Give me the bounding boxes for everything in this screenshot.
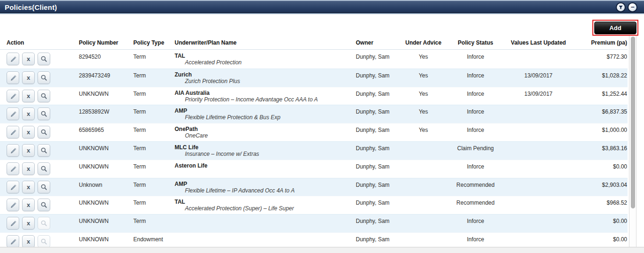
col-header-premium: Premium (pa) <box>569 39 628 49</box>
edit-policy-button[interactable] <box>7 90 19 102</box>
row-actions: x <box>0 215 75 232</box>
edit-policy-button[interactable] <box>7 217 19 230</box>
edit-pencil-icon <box>9 55 16 62</box>
filter-button[interactable] <box>616 2 626 12</box>
col-header-values-last-updated: Values Last Updated <box>508 39 569 49</box>
vertical-scrollbar[interactable] <box>629 36 636 247</box>
premium-cell: $1,252.44 <box>569 87 628 105</box>
view-policy-button[interactable] <box>38 144 50 157</box>
search-magnifier-icon <box>40 147 47 154</box>
add-button[interactable]: Add <box>594 22 636 34</box>
table-row: x Unknown Term AMP Flexible Lifetime – I… <box>0 178 628 196</box>
policy-status-cell: Recommended <box>443 178 508 196</box>
delete-policy-button[interactable]: x <box>22 126 35 138</box>
view-policy-button[interactable] <box>38 162 50 175</box>
edit-pencil-icon <box>9 92 16 100</box>
underwriter-name: TAL <box>175 199 352 205</box>
table-row: x UNKNOWN Term MLC Life Insurance – Inco… <box>0 141 628 160</box>
view-policy-button[interactable] <box>38 107 50 120</box>
edit-policy-button[interactable] <box>7 144 19 157</box>
delete-policy-button[interactable]: x <box>22 90 35 102</box>
table-header-row: Action Policy Number Policy Type Underwr… <box>0 39 628 50</box>
policy-type-cell: Term <box>130 69 171 87</box>
edit-policy-button[interactable] <box>7 235 19 247</box>
view-policy-button[interactable] <box>38 71 50 84</box>
edit-policy-button[interactable] <box>7 107 19 120</box>
delete-policy-button[interactable]: x <box>22 53 35 65</box>
under-advice-cell <box>404 178 443 196</box>
edit-policy-button[interactable] <box>7 162 19 175</box>
underwriter-name: TAL <box>175 53 352 59</box>
under-advice-cell <box>404 233 443 247</box>
policy-status-cell: Inforce <box>443 69 508 87</box>
edit-pencil-icon <box>9 129 16 136</box>
edit-policy-button[interactable] <box>7 53 19 65</box>
owner-cell: Dunphy, Sam <box>352 50 404 69</box>
row-actions: x <box>0 123 75 141</box>
delete-policy-button[interactable]: x <box>22 181 35 193</box>
policies-panel: Policies(Client) − Add Action Policy Num… <box>0 0 644 253</box>
delete-policy-button[interactable]: x <box>22 235 35 247</box>
policy-number-cell: UNKNOWN <box>75 142 130 160</box>
scrollbar-thumb[interactable] <box>631 37 635 208</box>
underwriter-name: AMP <box>175 181 352 187</box>
table-row: x 12853892W Term AMP Flexible Lifetime P… <box>0 105 628 123</box>
policy-number-cell: 2839473249 <box>75 69 130 87</box>
plan-name: Accelerated Protection (Super) – Life Su… <box>175 205 352 212</box>
table-row: x UNKNOWN Term TAL Accelerated Protectio… <box>0 196 628 214</box>
values-last-updated-cell <box>508 160 569 178</box>
panel-titlebar: Policies(Client) − <box>0 0 644 14</box>
underwriter-name: AIA Australia <box>175 90 352 96</box>
col-header-under-advice: Under Advice <box>404 39 443 49</box>
edit-policy-button[interactable] <box>7 126 19 138</box>
view-policy-button[interactable] <box>38 199 50 211</box>
policy-status-cell: Inforce <box>443 233 508 247</box>
view-policy-button[interactable] <box>38 90 50 102</box>
plan-name: Flexible Lifetime – IP Advanced Occ 4A t… <box>175 187 352 194</box>
edit-policy-button[interactable] <box>7 71 19 84</box>
owner-cell: Dunphy, Sam <box>352 215 404 232</box>
collapse-button[interactable]: − <box>628 2 637 12</box>
policy-type-cell: Term <box>130 160 171 178</box>
delete-policy-button[interactable]: x <box>22 199 35 211</box>
delete-policy-button[interactable]: x <box>22 162 35 175</box>
delete-policy-button[interactable]: x <box>22 107 35 120</box>
premium-cell: $1,000.00 <box>569 123 628 141</box>
premium-cell: $0.00 <box>569 215 628 232</box>
underwriter-cell: OnePath OneCare <box>171 123 352 141</box>
delete-policy-button[interactable]: x <box>22 217 35 230</box>
values-last-updated-cell <box>508 196 569 214</box>
underwriter-cell: MLC Life Insurance – Income w/ Extras <box>171 142 352 160</box>
owner-cell: Dunphy, Sam <box>352 87 404 105</box>
edit-policy-button[interactable] <box>7 181 19 193</box>
view-policy-button[interactable] <box>38 181 50 193</box>
delete-policy-button[interactable]: x <box>22 144 35 157</box>
values-last-updated-cell <box>508 142 569 160</box>
policy-status-cell: Claim Pending <box>443 142 508 160</box>
table-row: x UNKNOWN Term AIA Australia Priority Pr… <box>0 87 628 105</box>
premium-cell: $3,863.16 <box>569 142 628 160</box>
under-advice-cell <box>404 160 443 178</box>
row-actions: x <box>0 50 75 69</box>
underwriter-cell <box>171 233 352 247</box>
search-magnifier-icon <box>40 165 47 172</box>
policy-status-cell: Inforce <box>443 50 508 69</box>
under-advice-cell <box>404 142 443 160</box>
minus-icon: − <box>630 4 634 10</box>
delete-policy-button[interactable]: x <box>22 71 35 84</box>
search-magnifier-icon <box>40 220 47 227</box>
table-row: x 65865965 Term OnePath OneCare Dunphy, … <box>0 123 628 141</box>
policy-type-cell: Term <box>130 178 171 196</box>
owner-cell: Dunphy, Sam <box>352 123 404 141</box>
premium-cell: $1,028.22 <box>569 69 628 87</box>
view-policy-button[interactable] <box>38 53 50 65</box>
col-header-action: Action <box>0 39 75 49</box>
policy-number-cell: UNKNOWN <box>75 87 130 105</box>
owner-cell: Dunphy, Sam <box>352 233 404 247</box>
row-actions: x <box>0 142 75 160</box>
edit-policy-button[interactable] <box>7 199 19 211</box>
view-policy-button[interactable] <box>38 126 50 138</box>
underwriter-name: AMP <box>175 108 352 114</box>
owner-cell: Dunphy, Sam <box>352 142 404 160</box>
plan-name: Zurich Protection Plus <box>175 78 352 84</box>
